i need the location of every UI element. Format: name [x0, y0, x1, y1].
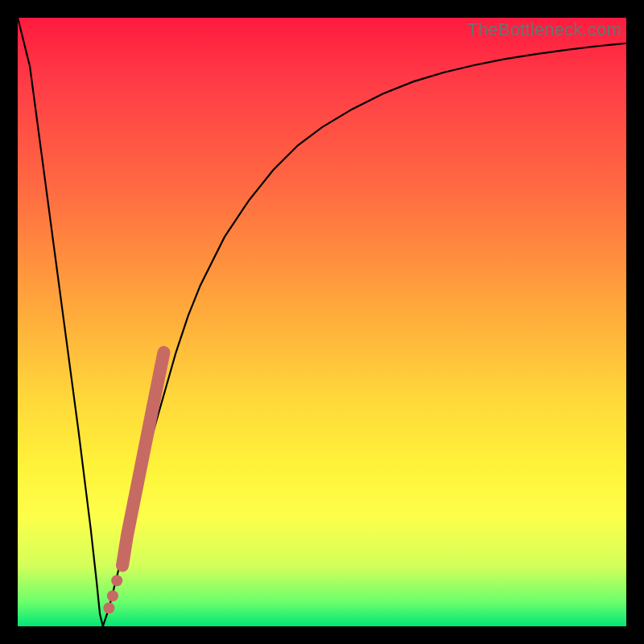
bottleneck-curve [18, 18, 626, 626]
plot-area: TheBottleneck.com [18, 18, 626, 626]
chart-frame: TheBottleneck.com [0, 0, 644, 644]
emphasis-dot [107, 590, 118, 601]
curve-layer [18, 18, 626, 626]
emphasis-dot [103, 602, 114, 613]
emphasis-band [122, 353, 163, 566]
emphasis-dots [103, 575, 122, 613]
emphasis-dot [111, 575, 122, 586]
